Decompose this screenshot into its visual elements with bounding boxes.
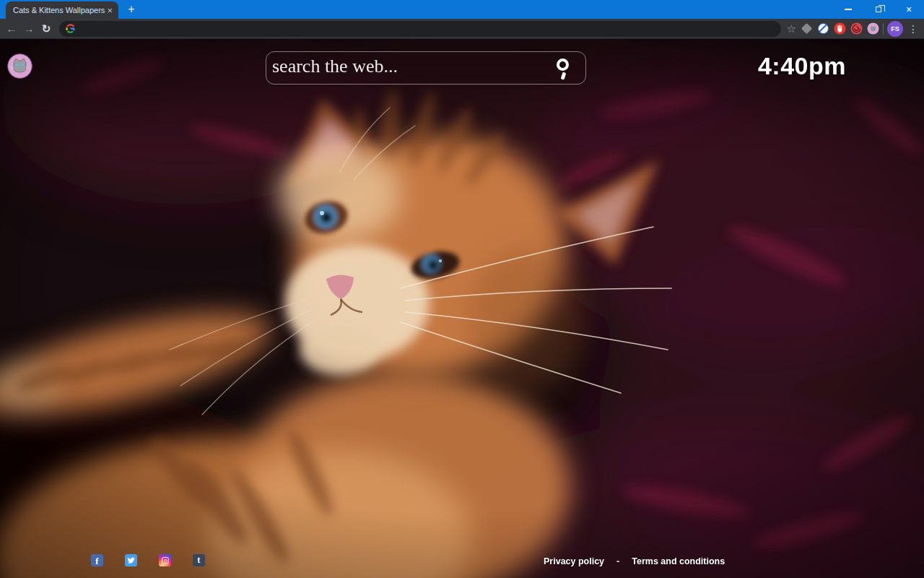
instagram-icon[interactable] — [159, 554, 171, 566]
links-separator: - — [616, 556, 619, 566]
site-logo-avatar[interactable] — [7, 53, 32, 79]
search-input[interactable] — [266, 52, 585, 84]
tab-close-icon[interactable]: × — [105, 6, 114, 15]
tab-title: Cats & Kittens Wallpapers — [13, 6, 105, 14]
twitter-icon[interactable] — [125, 554, 137, 566]
google-favicon — [65, 23, 76, 34]
hand-stop-icon — [834, 22, 846, 35]
extension-diamond-icon[interactable] — [801, 22, 813, 35]
new-tab-page: 4:40pm f t Privacy policy - Terms and co… — [0, 39, 924, 578]
privacy-policy-link[interactable]: Privacy policy — [544, 556, 604, 566]
toolbar-separator — [883, 23, 884, 35]
menu-icon[interactable]: ⋮ — [908, 23, 918, 35]
terms-link[interactable]: Terms and conditions — [632, 556, 725, 566]
bookmark-star-icon[interactable]: ☆ — [787, 22, 796, 35]
address-bar[interactable] — [59, 21, 781, 37]
web-search-bar — [266, 51, 586, 85]
browser-tab[interactable]: Cats & Kittens Wallpapers × — [6, 1, 118, 19]
restore-button[interactable] — [863, 0, 894, 19]
new-tab-button[interactable]: + — [124, 2, 139, 17]
minimize-button[interactable] — [833, 0, 863, 19]
browser-titlebar: Cats & Kittens Wallpapers × + × — [0, 0, 924, 19]
twitter-bird-icon — [126, 556, 136, 565]
search-button[interactable] — [554, 57, 575, 80]
extension-blocker-icon[interactable] — [817, 22, 829, 35]
minimize-icon — [845, 9, 852, 10]
facebook-icon[interactable]: f — [91, 554, 103, 566]
browser-toolbar: ← → ↻ ☆ — [0, 19, 924, 39]
pink-cat-icon — [867, 22, 879, 35]
red-swirl-icon — [850, 22, 863, 35]
kitten-wallpaper — [0, 39, 924, 578]
back-button[interactable]: ← — [3, 20, 20, 38]
clock-display: 4:40pm — [758, 52, 846, 80]
close-button[interactable]: × — [894, 0, 924, 19]
no-sign-icon — [818, 23, 829, 34]
extension-swirl-icon[interactable] — [850, 22, 863, 35]
window-controls: × — [833, 0, 924, 19]
restore-icon — [876, 7, 881, 12]
extension-cat-icon[interactable] — [867, 22, 879, 35]
forward-button[interactable]: → — [20, 20, 38, 38]
profile-avatar[interactable]: FS — [887, 21, 903, 37]
magnifier-icon — [557, 59, 569, 71]
cat-face-icon — [7, 53, 32, 79]
social-links-row: f t — [91, 554, 205, 566]
diamond-icon — [801, 23, 813, 35]
extension-adblock-icon[interactable] — [834, 22, 846, 35]
tumblr-icon[interactable]: t — [193, 554, 205, 566]
camera-icon — [162, 557, 169, 564]
reload-button[interactable]: ↻ — [38, 20, 55, 38]
legal-links-row: Privacy policy - Terms and conditions — [544, 556, 725, 566]
url-input[interactable] — [82, 24, 775, 34]
extensions-row — [801, 22, 879, 35]
browser-window: Cats & Kittens Wallpapers × + × ← → ↻ ☆ — [0, 0, 924, 578]
